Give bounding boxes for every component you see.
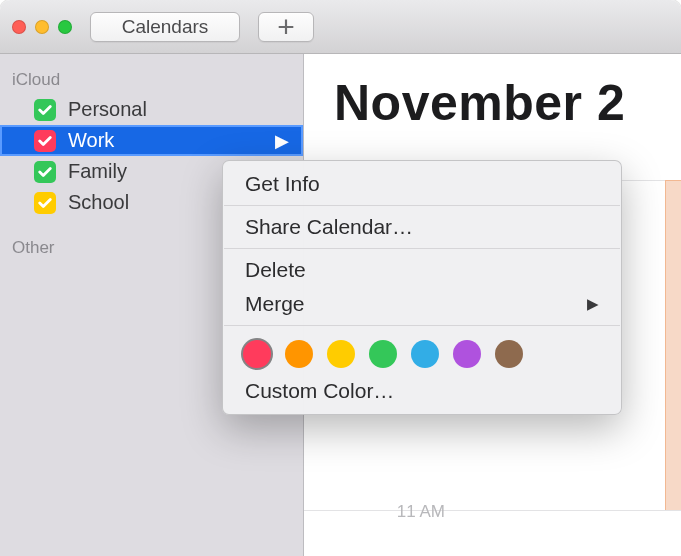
sidebar-item-work[interactable]: Work ▶ <box>0 125 303 156</box>
menu-item-label: Share Calendar… <box>245 215 413 239</box>
checkbox-icon[interactable] <box>34 99 56 121</box>
menu-item-label: Delete <box>245 258 306 282</box>
sidebar-item-label: Family <box>68 160 127 183</box>
menu-item-delete[interactable]: Delete <box>223 253 621 287</box>
grid-line <box>304 510 681 511</box>
sidebar-item-label: Personal <box>68 98 147 121</box>
add-button[interactable]: + <box>258 12 314 42</box>
chevron-right-icon: ▶ <box>275 130 289 152</box>
color-swatch-brown[interactable] <box>495 340 523 368</box>
color-swatch-green[interactable] <box>369 340 397 368</box>
app-window: Calendars + iCloud Personal Work ▶ <box>0 0 681 556</box>
sidebar-item-label: Work <box>68 129 114 152</box>
zoom-icon[interactable] <box>58 20 72 34</box>
chevron-right-icon: ▶ <box>587 295 599 313</box>
titlebar: Calendars + <box>0 0 681 54</box>
window-controls <box>12 20 72 34</box>
checkbox-icon[interactable] <box>34 192 56 214</box>
menu-item-get-info[interactable]: Get Info <box>223 167 621 201</box>
menu-item-custom-color[interactable]: Custom Color… <box>223 374 621 408</box>
menu-item-label: Get Info <box>245 172 320 196</box>
color-swatch-blue[interactable] <box>411 340 439 368</box>
context-menu: Get Info Share Calendar… Delete Merge ▶ … <box>222 160 622 415</box>
menu-item-label: Merge <box>245 292 305 316</box>
color-swatch-red[interactable] <box>243 340 271 368</box>
time-label: 11 AM <box>397 502 445 522</box>
sidebar-item-personal[interactable]: Personal <box>0 94 303 125</box>
menu-item-share-calendar[interactable]: Share Calendar… <box>223 210 621 244</box>
menu-item-merge[interactable]: Merge ▶ <box>223 287 621 321</box>
minimize-icon[interactable] <box>35 20 49 34</box>
menu-separator <box>224 248 620 249</box>
checkbox-icon[interactable] <box>34 161 56 183</box>
color-swatch-purple[interactable] <box>453 340 481 368</box>
color-swatch-orange[interactable] <box>285 340 313 368</box>
plus-icon: + <box>277 12 295 42</box>
checkbox-icon[interactable] <box>34 130 56 152</box>
close-icon[interactable] <box>12 20 26 34</box>
menu-item-label: Custom Color… <box>245 379 394 403</box>
sidebar-group-icloud: iCloud <box>0 64 303 94</box>
menu-separator <box>224 205 620 206</box>
color-swatch-yellow[interactable] <box>327 340 355 368</box>
page-title: November 2 <box>334 74 625 132</box>
calendars-button[interactable]: Calendars <box>90 12 240 42</box>
menu-separator <box>224 325 620 326</box>
sidebar-item-label: School <box>68 191 129 214</box>
color-swatches <box>223 330 621 374</box>
calendars-button-label: Calendars <box>122 16 209 38</box>
event-block[interactable] <box>665 180 681 510</box>
